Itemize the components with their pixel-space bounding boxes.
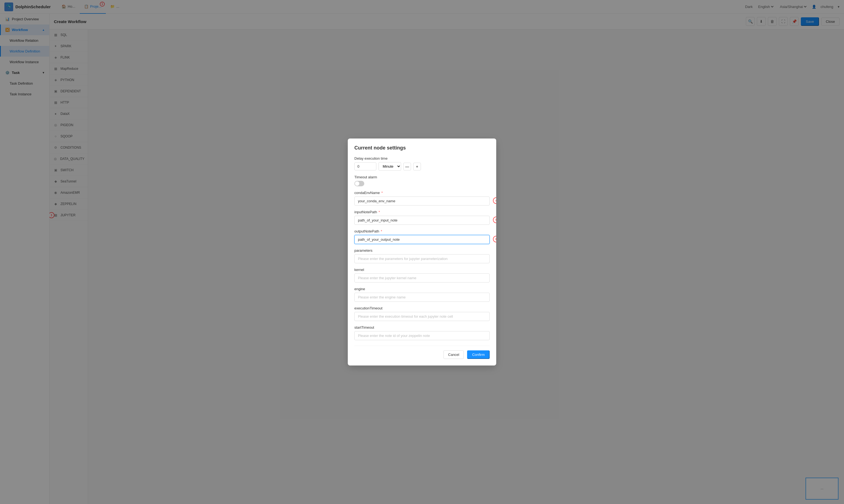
engine-group: engine <box>354 287 490 302</box>
parameters-group: parameters <box>354 248 490 263</box>
parameters-input[interactable] <box>354 254 490 263</box>
confirm-button[interactable]: Confirm <box>467 350 490 359</box>
timeout-toggle[interactable] <box>354 181 364 186</box>
conda-env-required: * <box>381 191 383 195</box>
input-note-path-input[interactable] <box>354 216 490 225</box>
delay-minus-button[interactable]: — <box>403 163 411 170</box>
input-note-path-group: inputNotePath * 5 <box>354 210 490 225</box>
conda-env-badge: 4 <box>493 197 496 204</box>
execution-timeout-group: executionTimeout <box>354 306 490 321</box>
start-timeout-input[interactable] <box>354 331 490 340</box>
delay-input[interactable] <box>354 162 376 170</box>
delay-plus-button[interactable]: + <box>413 163 421 170</box>
conda-env-label: condaEnvName * <box>354 191 490 195</box>
delay-row: Minute — + <box>354 162 490 170</box>
modal-overlay: Current node settings Delay execution ti… <box>0 0 844 504</box>
conda-env-group: condaEnvName * 4 <box>354 191 490 205</box>
kernel-group: kernel <box>354 268 490 283</box>
output-note-path-required: * <box>381 229 382 233</box>
input-note-path-label: inputNotePath * <box>354 210 490 214</box>
input-note-path-badge: 5 <box>493 217 496 223</box>
output-note-path-label: outputNotePath * <box>354 229 490 233</box>
cancel-button[interactable]: Cancel <box>443 350 464 359</box>
timeout-slider <box>354 181 364 186</box>
kernel-input[interactable] <box>354 273 490 283</box>
modal-dialog: Current node settings Delay execution ti… <box>348 139 496 365</box>
kernel-label: kernel <box>354 268 490 272</box>
timeout-alarm-label: Timeout alarm <box>354 175 490 179</box>
start-timeout-label: startTimeout <box>354 325 490 329</box>
output-note-path-badge: 6 <box>493 236 496 242</box>
output-note-path-group: outputNotePath * 6 <box>354 229 490 244</box>
execution-timeout-input[interactable] <box>354 312 490 321</box>
modal-footer: Cancel Confirm <box>354 346 490 359</box>
delay-execution-group: Delay execution time Minute — + <box>354 156 490 170</box>
delay-execution-label: Delay execution time <box>354 156 490 161</box>
conda-env-input[interactable] <box>354 197 490 205</box>
engine-label: engine <box>354 287 490 291</box>
output-note-path-input[interactable] <box>354 235 490 244</box>
start-timeout-group: startTimeout <box>354 325 490 340</box>
modal-title: Current node settings <box>354 145 490 151</box>
timeout-alarm-group: Timeout alarm <box>354 175 490 186</box>
parameters-label: parameters <box>354 248 490 253</box>
execution-timeout-label: executionTimeout <box>354 306 490 310</box>
engine-input[interactable] <box>354 293 490 302</box>
input-note-path-required: * <box>379 210 380 214</box>
delay-unit-select[interactable]: Minute <box>379 162 401 170</box>
